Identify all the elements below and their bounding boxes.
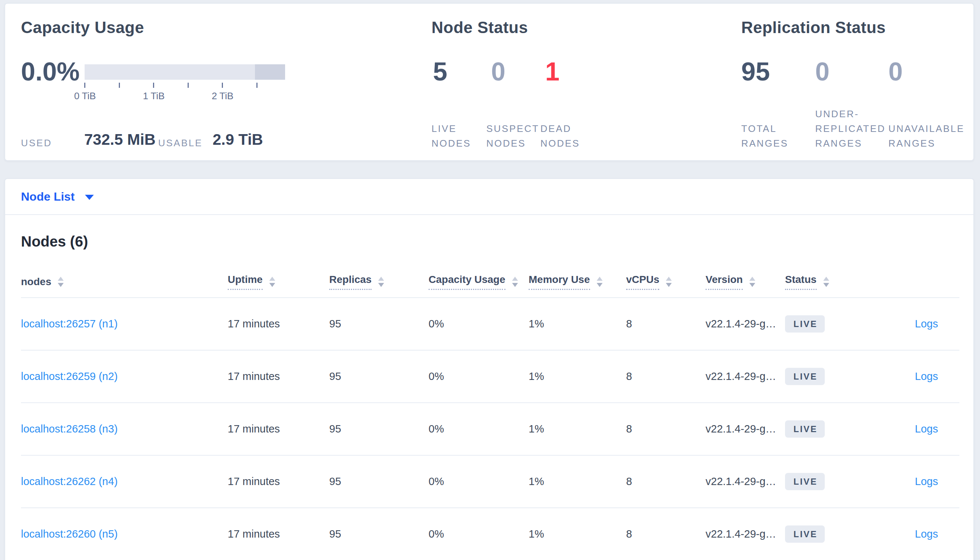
axis-tick-label: 1 TiB — [132, 90, 176, 102]
column-header-uptime[interactable]: Uptime — [228, 274, 329, 290]
node-link[interactable]: localhost:26262 (n4) — [21, 475, 118, 487]
axis-tick-label: 2 TiB — [201, 90, 245, 102]
memory-cell: 1% — [528, 423, 626, 435]
used-label: USED — [21, 137, 52, 149]
logs-link[interactable]: Logs — [915, 528, 938, 540]
used-value: 732.5 MiB — [84, 131, 156, 148]
uptime-cell: 17 minutes — [228, 528, 329, 540]
unavailable-label: UNAVAILABLE RANGES — [888, 122, 977, 151]
column-header-memory-use[interactable]: Memory Use — [528, 274, 626, 290]
column-header-nodes[interactable]: nodes — [21, 276, 228, 288]
node-list-panel: Node List Nodes (6) nodes Uptime Replica… — [4, 178, 974, 560]
memory-cell: 1% — [528, 318, 626, 330]
table-row: localhost:26260 (n5) 17 minutes 95 0% 1%… — [21, 508, 959, 560]
total-ranges-count: 95 — [741, 59, 770, 85]
node-list-toolbar: Node List — [5, 179, 973, 215]
version-cell: v22.1.4-29-g… — [706, 370, 785, 383]
axis-tick-label: 0 TiB — [63, 90, 107, 102]
sort-icon[interactable] — [269, 277, 275, 287]
status-badge: LIVE — [785, 473, 825, 490]
node-list-dropdown-label: Node List — [21, 190, 75, 203]
capacity-cell: 0% — [428, 475, 528, 488]
status-badge: LIVE — [785, 368, 825, 385]
suspect-nodes-label: SUSPECT NODES — [486, 122, 542, 151]
dead-nodes-label: DEAD NODES — [540, 122, 595, 151]
uptime-cell: 17 minutes — [228, 370, 329, 383]
table-row: localhost:26262 (n4) 17 minutes 95 0% 1%… — [21, 456, 959, 508]
capacity-cell: 0% — [428, 370, 528, 383]
node-link[interactable]: localhost:26258 (n3) — [21, 423, 118, 435]
node-list-dropdown[interactable]: Node List — [21, 190, 94, 203]
column-header-version[interactable]: Version — [706, 274, 785, 290]
capacity-used-percent: 0.0% — [21, 59, 80, 85]
vcpus-cell: 8 — [626, 423, 706, 435]
sort-icon[interactable] — [597, 277, 602, 287]
capacity-usage-title: Capacity Usage — [21, 18, 144, 37]
vcpus-cell: 8 — [626, 370, 706, 383]
sort-icon[interactable] — [749, 277, 755, 287]
status-badge: LIVE — [785, 525, 825, 543]
live-nodes-label: LIVE NODES — [431, 122, 487, 151]
version-cell: v22.1.4-29-g… — [706, 318, 785, 330]
column-header-vcpus[interactable]: vCPUs — [626, 274, 706, 290]
memory-cell: 1% — [528, 475, 626, 488]
sort-icon[interactable] — [512, 277, 518, 287]
column-header-status[interactable]: Status — [785, 274, 884, 290]
uptime-cell: 17 minutes — [228, 475, 329, 488]
under-replicated-label: UNDER-REPLICATED RANGES — [815, 122, 893, 151]
replicas-cell: 95 — [329, 423, 428, 435]
capacity-nonusable-segment — [255, 64, 285, 80]
usable-value: 2.9 TiB — [212, 131, 263, 148]
axis-tick — [222, 83, 223, 88]
cluster-overview-panel: Capacity Usage 0.0% 0 TiB 1 TiB 2 TiB US… — [4, 3, 974, 161]
uptime-cell: 17 minutes — [228, 423, 329, 435]
node-list-content: Nodes (6) nodes Uptime Replicas Capacity… — [5, 233, 973, 560]
capacity-cell: 0% — [428, 318, 528, 330]
vcpus-cell: 8 — [626, 528, 706, 540]
suspect-nodes-count: 0 — [491, 59, 505, 85]
total-ranges-label: TOTAL RANGES — [741, 122, 800, 151]
unavailable-count: 0 — [888, 59, 903, 85]
memory-cell: 1% — [528, 528, 626, 540]
replicas-cell: 95 — [329, 318, 428, 330]
logs-link[interactable]: Logs — [915, 423, 938, 435]
replicas-cell: 95 — [329, 528, 428, 540]
version-cell: v22.1.4-29-g… — [706, 475, 785, 488]
logs-link[interactable]: Logs — [915, 370, 938, 382]
sort-icon[interactable] — [58, 277, 64, 287]
status-badge: LIVE — [785, 420, 825, 438]
node-link[interactable]: localhost:26260 (n5) — [21, 528, 118, 540]
column-header-capacity-usage[interactable]: Capacity Usage — [428, 274, 528, 290]
live-nodes-count: 5 — [433, 59, 447, 85]
memory-cell: 1% — [528, 370, 626, 383]
sort-icon[interactable] — [823, 277, 829, 287]
axis-tick — [153, 83, 154, 88]
table-header-row: nodes Uptime Replicas Capacity Usage Mem… — [21, 267, 959, 298]
node-link[interactable]: localhost:26259 (n2) — [21, 370, 118, 382]
axis-tick — [256, 83, 258, 88]
capacity-cell: 0% — [428, 528, 528, 540]
version-cell: v22.1.4-29-g… — [706, 528, 785, 540]
axis-tick — [187, 83, 189, 88]
replication-status-title: Replication Status — [741, 18, 886, 37]
capacity-cell: 0% — [428, 423, 528, 435]
dead-nodes-count: 1 — [545, 59, 560, 85]
logs-link[interactable]: Logs — [915, 318, 938, 330]
chevron-down-icon — [85, 195, 94, 200]
column-header-replicas[interactable]: Replicas — [329, 274, 428, 290]
usable-label: USABLE — [158, 137, 203, 149]
table-row: localhost:26258 (n3) 17 minutes 95 0% 1%… — [21, 403, 959, 456]
uptime-cell: 17 minutes — [228, 318, 329, 330]
logs-link[interactable]: Logs — [915, 475, 938, 487]
axis-tick — [84, 83, 85, 88]
capacity-usage-bar — [85, 64, 285, 80]
version-cell: v22.1.4-29-g… — [706, 423, 785, 435]
table-row: localhost:26257 (n1) 17 minutes 95 0% 1%… — [21, 298, 959, 350]
axis-tick — [119, 83, 120, 88]
node-link[interactable]: localhost:26257 (n1) — [21, 318, 118, 330]
replicas-cell: 95 — [329, 370, 428, 383]
nodes-count-heading: Nodes (6) — [21, 233, 959, 254]
replicas-cell: 95 — [329, 475, 428, 488]
sort-icon[interactable] — [378, 277, 384, 287]
sort-icon[interactable] — [666, 277, 672, 287]
